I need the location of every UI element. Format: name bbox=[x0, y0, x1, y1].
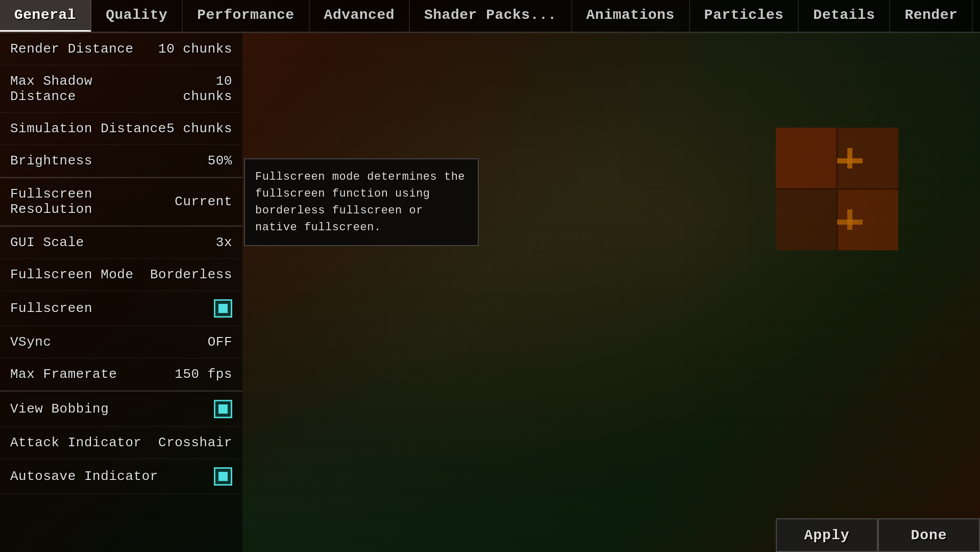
tab-bar: General Quality Performance Advanced Sha… bbox=[0, 0, 980, 33]
tab-details[interactable]: Details bbox=[799, 0, 890, 32]
tab-particles[interactable]: Particles bbox=[690, 0, 799, 32]
max-shadow-distance-value: 10 chunks bbox=[161, 74, 232, 104]
setting-gui-scale[interactable]: GUI Scale 3x bbox=[0, 227, 242, 259]
attack-indicator-value: Crosshair bbox=[158, 435, 232, 450]
vsync-label: VSync bbox=[10, 334, 52, 350]
vsync-value: OFF bbox=[208, 334, 232, 350]
tab-shader-packs[interactable]: Shader Packs... bbox=[410, 0, 572, 32]
setting-fullscreen[interactable]: Fullscreen bbox=[0, 291, 242, 326]
setting-brightness[interactable]: Brightness 50% bbox=[0, 145, 242, 177]
tab-extras[interactable]: Extras bbox=[973, 0, 980, 32]
setting-vsync[interactable]: VSync OFF bbox=[0, 326, 242, 358]
attack-indicator-label: Attack Indicator bbox=[10, 435, 142, 450]
fullscreen-label: Fullscreen bbox=[10, 301, 92, 316]
main-container: General Quality Performance Advanced Sha… bbox=[0, 0, 980, 552]
fullscreen-checkbox[interactable] bbox=[214, 299, 232, 318]
setting-max-framerate[interactable]: Max Framerate 150 fps bbox=[0, 358, 242, 391]
setting-simulation-distance[interactable]: Simulation Distance 5 chunks bbox=[0, 113, 242, 145]
autosave-indicator-checkbox[interactable] bbox=[214, 467, 232, 486]
tab-general[interactable]: General bbox=[0, 0, 91, 32]
gui-scale-value: 3x bbox=[216, 235, 232, 250]
setting-fullscreen-resolution[interactable]: Fullscreen Resolution Current bbox=[0, 178, 242, 226]
tab-animations[interactable]: Animations bbox=[572, 0, 690, 32]
setting-fullscreen-mode[interactable]: Fullscreen Mode Borderless bbox=[0, 259, 242, 291]
fullscreen-resolution-label: Fullscreen Resolution bbox=[10, 186, 175, 217]
setting-attack-indicator[interactable]: Attack Indicator Crosshair bbox=[0, 427, 242, 459]
bottom-bar: Apply Done bbox=[776, 518, 980, 552]
tab-quality[interactable]: Quality bbox=[91, 0, 183, 32]
content-area: Render Distance 10 chunks Max Shadow Dis… bbox=[0, 33, 980, 552]
setting-autosave-indicator[interactable]: Autosave Indicator bbox=[0, 459, 242, 494]
render-distance-label: Render Distance bbox=[10, 41, 134, 57]
apply-button[interactable]: Apply bbox=[776, 518, 878, 552]
max-framerate-label: Max Framerate bbox=[10, 367, 117, 382]
view-bobbing-label: View Bobbing bbox=[10, 401, 109, 417]
brightness-value: 50% bbox=[208, 153, 232, 169]
setting-max-shadow-distance[interactable]: Max Shadow Distance 10 chunks bbox=[0, 65, 242, 113]
fullscreen-mode-value: Borderless bbox=[150, 267, 232, 282]
simulation-distance-value: 5 chunks bbox=[166, 121, 232, 136]
tab-render[interactable]: Render bbox=[890, 0, 973, 32]
view-bobbing-checkbox[interactable] bbox=[214, 400, 232, 418]
setting-render-distance[interactable]: Render Distance 10 chunks bbox=[0, 33, 242, 65]
gui-scale-label: GUI Scale bbox=[10, 235, 84, 250]
max-framerate-value: 150 fps bbox=[175, 367, 232, 382]
fullscreen-mode-tooltip: Fullscreen mode determines the fullscree… bbox=[244, 158, 479, 246]
simulation-distance-label: Simulation Distance bbox=[10, 121, 166, 136]
max-shadow-distance-label: Max Shadow Distance bbox=[10, 74, 161, 104]
tab-advanced[interactable]: Advanced bbox=[310, 0, 410, 32]
tooltip-text: Fullscreen mode determines the fullscree… bbox=[255, 171, 465, 234]
fullscreen-mode-label: Fullscreen Mode bbox=[10, 267, 134, 282]
done-button[interactable]: Done bbox=[878, 518, 980, 552]
fullscreen-resolution-value: Current bbox=[175, 194, 232, 209]
tab-performance[interactable]: Performance bbox=[183, 0, 309, 32]
render-distance-value: 10 chunks bbox=[158, 41, 232, 57]
settings-panel: Render Distance 10 chunks Max Shadow Dis… bbox=[0, 33, 242, 552]
setting-view-bobbing[interactable]: View Bobbing bbox=[0, 392, 242, 427]
autosave-indicator-label: Autosave Indicator bbox=[10, 469, 158, 484]
right-area bbox=[242, 33, 980, 552]
brightness-label: Brightness bbox=[10, 153, 92, 169]
